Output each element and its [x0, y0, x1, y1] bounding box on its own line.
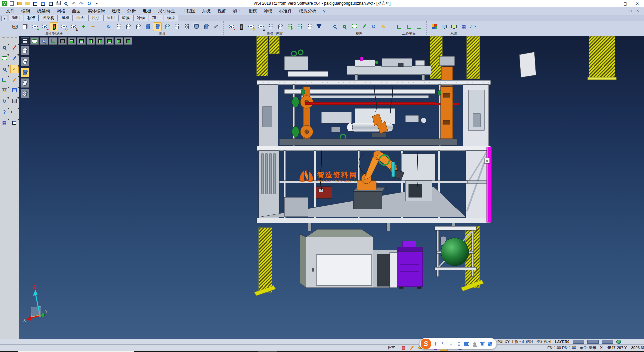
dynamic-rotate-icon[interactable]	[1, 76, 8, 83]
3d-viewport[interactable]: Z X Y 智造资料网 INTELLIGENT MANUFACTURING DA…	[19, 36, 644, 339]
refresh-visibility-icon[interactable]: ↻	[60, 23, 68, 31]
view-cube-front-icon[interactable]	[105, 37, 114, 45]
show-all-icon[interactable]: +	[79, 23, 87, 31]
confirm-icon[interactable]: ✓	[11, 65, 18, 73]
show-entities-icon[interactable]: +	[31, 23, 39, 31]
erase-icon[interactable]	[11, 44, 18, 51]
help-icon[interactable]: ?	[1, 108, 8, 116]
open-folder-icon[interactable]	[16, 0, 23, 7]
layer-copy-icon[interactable]	[192, 23, 200, 31]
layer-move-icon[interactable]	[202, 23, 210, 31]
fit-view-icon[interactable]	[350, 23, 358, 31]
redline-icon[interactable]: ▦	[400, 345, 407, 350]
toolbar-tab[interactable]: 建模	[58, 14, 73, 21]
view-cube-right-icon[interactable]	[96, 37, 104, 45]
view-axes-icon[interactable]	[49, 37, 57, 45]
view-toggle-icon[interactable]: ±	[257, 23, 265, 31]
menu-item[interactable]: 系统	[199, 7, 214, 15]
toggle-visibility-icon[interactable]: ±	[69, 23, 77, 31]
maximize-button[interactable]: ▢	[619, 0, 631, 7]
view-zoom-icon[interactable]	[40, 37, 48, 45]
color-swatch-2[interactable]	[587, 340, 599, 344]
toolbar-tab[interactable]: 标准	[24, 14, 39, 21]
toolbar-tab[interactable]: 加工	[149, 14, 163, 21]
solid-outline-icon[interactable]	[266, 23, 274, 31]
menu-item[interactable]: 加工	[229, 7, 245, 15]
solid-cyan-icon[interactable]	[296, 23, 304, 31]
ime-mic-icon[interactable]	[456, 341, 461, 347]
toolbar-tab[interactable]: 塑膜	[118, 14, 133, 21]
menu-item[interactable]: 文件	[3, 7, 18, 15]
markup-pen-icon[interactable]	[408, 345, 415, 350]
hide-all-icon[interactable]: −	[89, 23, 97, 31]
solid-check-icon[interactable]: ✓	[286, 23, 294, 31]
menu-item[interactable]: 编辑	[18, 7, 34, 15]
view-cube-solid-icon[interactable]	[124, 37, 132, 45]
workplane-display-icon[interactable]	[469, 23, 477, 31]
modify-attributes-icon[interactable]	[11, 23, 19, 31]
rail-layer-empty-icon[interactable]	[21, 46, 29, 55]
new-document-icon[interactable]	[8, 0, 15, 7]
layer-select[interactable]: LAYER0	[555, 340, 569, 344]
orbit-icon[interactable]: ↺	[370, 23, 378, 31]
view-mode-select[interactable]: 绝对视图	[537, 339, 551, 344]
mdi-restore-button[interactable]: ▢	[627, 8, 634, 13]
layer-empty3-icon[interactable]	[134, 23, 142, 31]
zoom-extents-icon[interactable]	[1, 65, 8, 73]
sogou-logo-icon[interactable]: S	[421, 339, 431, 349]
ime-emoji-icon[interactable]: ☺	[448, 341, 453, 347]
ime-punct-icon[interactable]: °,	[441, 341, 446, 347]
save-all-icon[interactable]	[47, 0, 54, 7]
dynamic-zoom-icon[interactable]	[1, 44, 8, 51]
menu-item[interactable]: 尺寸标注	[155, 7, 179, 15]
ime-skin-icon[interactable]	[480, 341, 485, 347]
print-preview-icon[interactable]	[62, 0, 69, 7]
mdi-minimize-button[interactable]: —	[619, 8, 627, 13]
ime-person-icon[interactable]	[472, 341, 477, 347]
menu-item[interactable]: ?	[320, 8, 329, 14]
attributes-paint-icon[interactable]	[1, 87, 8, 94]
rail-layer-white-icon[interactable]	[21, 78, 29, 88]
qat-more-icon[interactable]: ▾	[93, 0, 100, 7]
menu-item[interactable]: 网格	[53, 7, 69, 15]
view-cube-top-icon[interactable]	[77, 37, 86, 45]
window-layout-icon[interactable]	[11, 87, 18, 94]
tab-dropdown-icon[interactable]: ▼	[1, 16, 7, 21]
toolbar-tab[interactable]: 编辑	[9, 14, 23, 21]
toolbar-tab[interactable]: 曲面	[73, 14, 88, 21]
plane-select-icon[interactable]	[1, 54, 8, 62]
solid-view-icon[interactable]	[11, 97, 18, 105]
refresh-layers-icon[interactable]: ↻	[105, 23, 113, 31]
view-refresh-icon[interactable]: ↻	[247, 23, 255, 31]
hide-entities-icon[interactable]: −	[40, 23, 48, 31]
toolbar-grip[interactable]	[2, 37, 17, 39]
menu-item[interactable]: 曲面	[69, 7, 84, 15]
render-icon[interactable]: ☺	[379, 23, 387, 31]
mdi-close-button[interactable]: ✕	[634, 8, 641, 13]
view-cube-bottom-icon[interactable]	[68, 37, 76, 45]
ime-toolbox-icon[interactable]	[487, 341, 492, 347]
save-session-icon[interactable]	[11, 119, 18, 126]
color-swatch-1[interactable]	[573, 340, 584, 344]
profiles-icon[interactable]: ▦	[1, 119, 8, 126]
menu-item[interactable]: 标准件	[276, 7, 296, 15]
solid-clip-icon[interactable]	[305, 23, 313, 31]
rail-layer-locked-icon[interactable]	[21, 89, 29, 98]
layer-main-icon[interactable]	[144, 23, 152, 31]
toolbar-tab[interactable]: 模流	[164, 14, 178, 21]
toolbar-tab[interactable]: 尺寸	[88, 14, 103, 21]
view-cube-left-icon[interactable]	[87, 37, 95, 45]
layer-locked-icon[interactable]	[182, 23, 191, 31]
curve-edit-icon[interactable]	[11, 76, 18, 83]
menu-item[interactable]: 模流分析	[296, 7, 320, 15]
workplane-entity-icon[interactable]	[405, 23, 413, 31]
taskbar-app-button[interactable]	[258, 351, 277, 352]
view-filters-icon[interactable]	[237, 23, 245, 31]
rail-layer-current-icon[interactable]	[21, 68, 29, 77]
replay-icon[interactable]: ↻	[86, 0, 93, 7]
undo-icon[interactable]: ↶	[70, 0, 77, 7]
close-button[interactable]: ✕	[631, 0, 643, 7]
view-cube-wire-icon[interactable]	[58, 37, 67, 45]
viewport-canvas[interactable]: Z X Y	[19, 36, 644, 339]
selection-filters-icon[interactable]	[50, 23, 58, 31]
